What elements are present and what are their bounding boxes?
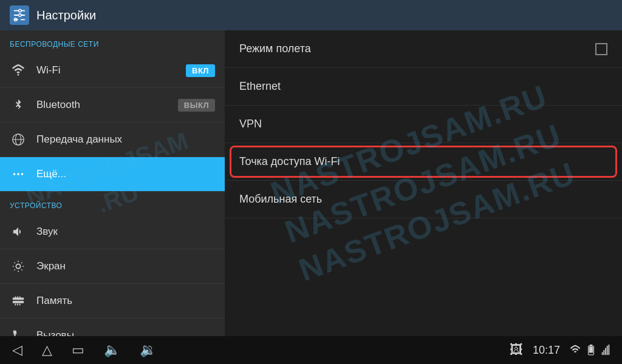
content-item-hotspot[interactable]: Точка доступа Wi-Fi (225, 143, 622, 181)
sidebar-item-sound[interactable]: Звук (0, 215, 225, 249)
sound-label: Звук (36, 226, 215, 238)
sidebar-item-screen[interactable]: Экран (0, 249, 225, 284)
data-icon (10, 131, 27, 148)
sidebar-item-data[interactable]: Передача данных (0, 123, 225, 157)
wifi-label: Wi-Fi (36, 64, 176, 76)
svg-rect-24 (19, 304, 21, 306)
svg-rect-22 (15, 304, 16, 306)
content-item-ethernet[interactable]: Ethernet (225, 68, 622, 106)
signal-icon (601, 345, 610, 356)
svg-rect-19 (15, 297, 16, 298)
volume-up-button[interactable]: 🔉 (140, 342, 156, 358)
section-device-label: УСТРОЙСТВО (0, 192, 225, 215)
sidebar-item-calls[interactable]: Вызовы (0, 318, 225, 336)
app-header: Настройки (0, 0, 622, 30)
content-item-mobile[interactable]: Мобильная сеть (225, 181, 622, 218)
bluetooth-icon (10, 96, 27, 113)
battery-icon (586, 345, 596, 356)
wifi-toggle[interactable]: ВКЛ (186, 64, 215, 77)
sidebar-item-bluetooth[interactable]: Bluetooth ВЫКЛ (0, 88, 225, 123)
app-title: Настройки (36, 8, 96, 22)
svg-rect-2 (14, 15, 18, 16)
svg-rect-32 (609, 345, 610, 355)
svg-rect-26 (590, 345, 593, 346)
data-label: Передача данных (36, 133, 215, 146)
hotspot-label: Точка доступа Wi-Fi (239, 155, 340, 168)
bluetooth-label: Bluetooth (36, 99, 168, 111)
sidebar-item-memory[interactable]: Память (0, 284, 225, 318)
content-panel: Режим полета Ethernet VPN Точка доступа … (225, 30, 622, 336)
main-layout: БЕСПРОВОДНЫЕ СЕТИ Wi-Fi ВКЛ Bluetoot (0, 30, 622, 336)
vpn-label: VPN (239, 118, 262, 130)
sidebar: БЕСПРОВОДНЫЕ СЕТИ Wi-Fi ВКЛ Bluetoot (0, 30, 225, 336)
time-display: 10:17 (533, 344, 560, 357)
mobile-label: Мобильная сеть (239, 193, 322, 206)
volume-down-button[interactable]: 🔈 (104, 342, 120, 358)
svg-rect-0 (14, 10, 18, 12)
recents-button[interactable]: ▭ (72, 342, 84, 358)
content-item-vpn[interactable]: VPN (225, 106, 622, 143)
memory-label: Память (36, 295, 215, 307)
svg-rect-5 (21, 19, 25, 20)
bottom-bar: ◁ △ ▭ 🔈 🔉 🖼 10:17 (0, 336, 622, 364)
bottom-right-status: 🖼 10:17 (510, 342, 610, 358)
more-icon (10, 166, 27, 183)
status-icons (570, 345, 610, 356)
calls-icon (10, 327, 27, 336)
home-button[interactable]: △ (42, 342, 52, 358)
airplane-label: Режим полета (239, 42, 311, 55)
wifi-status-icon (570, 345, 581, 356)
svg-rect-28 (602, 352, 603, 356)
svg-rect-29 (603, 350, 604, 355)
sidebar-item-wifi[interactable]: Wi-Fi ВКЛ (0, 53, 225, 88)
content-item-airplane[interactable]: Режим полета (225, 30, 622, 68)
svg-point-13 (13, 173, 16, 175)
calls-label: Вызовы (36, 329, 215, 336)
settings-app-icon (10, 5, 29, 25)
bottom-nav: ◁ △ ▭ 🔈 🔉 (12, 342, 156, 358)
airplane-checkbox[interactable] (595, 43, 607, 55)
svg-rect-23 (17, 304, 18, 306)
wifi-icon (10, 62, 27, 79)
back-button[interactable]: ◁ (12, 342, 22, 358)
more-label: Ещё... (36, 168, 215, 180)
svg-rect-30 (605, 348, 606, 355)
sound-icon (10, 223, 27, 240)
svg-point-15 (21, 173, 24, 175)
svg-rect-31 (607, 346, 608, 355)
section-wireless-label: БЕСПРОВОДНЫЕ СЕТИ (0, 30, 225, 53)
svg-rect-27 (589, 346, 593, 352)
svg-rect-20 (17, 297, 18, 298)
sidebar-item-more[interactable]: Ещё... (0, 157, 225, 192)
ethernet-label: Ethernet (239, 80, 281, 93)
svg-rect-21 (19, 297, 21, 298)
memory-icon (10, 292, 27, 309)
svg-point-14 (17, 173, 19, 175)
svg-rect-18 (13, 301, 24, 303)
bluetooth-toggle[interactable]: ВЫКЛ (178, 99, 215, 112)
screen-label: Экран (36, 260, 215, 272)
screenshot-icon: 🖼 (510, 342, 523, 358)
svg-point-9 (18, 74, 19, 76)
screen-icon (10, 258, 27, 275)
svg-point-16 (16, 264, 20, 268)
